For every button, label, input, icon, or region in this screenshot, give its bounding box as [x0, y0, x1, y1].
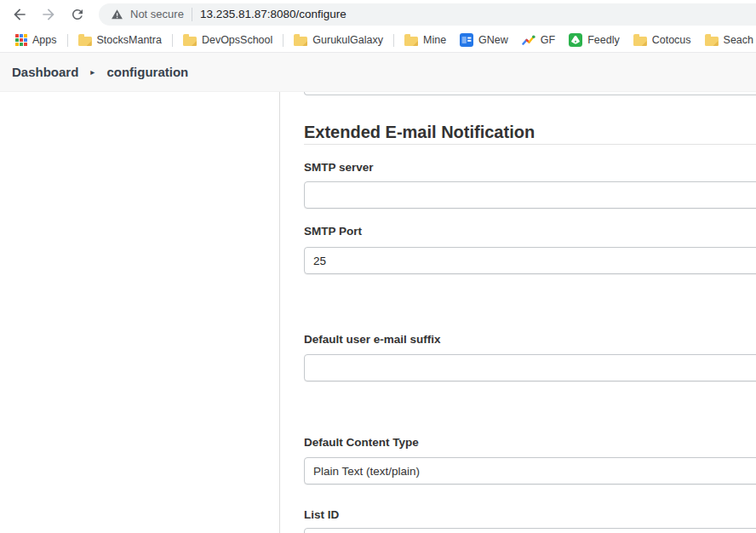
forward-icon	[40, 6, 57, 23]
clipped-input-above[interactable]	[304, 92, 756, 95]
folder-icon	[294, 37, 307, 46]
breadcrumb-item-dashboard[interactable]: Dashboard	[12, 65, 78, 79]
config-form: Extended E-mail Notification SMTP server…	[280, 92, 756, 533]
bookmarks-separator	[67, 34, 68, 47]
smtp-port-input[interactable]	[304, 247, 756, 274]
reload-icon	[70, 7, 85, 22]
bookmark-item-gurukulgalaxy[interactable]: GurukulGalaxy	[287, 30, 390, 50]
url-text: 13.235.81.87:8080/configure	[200, 8, 346, 20]
breadcrumb-chevron-icon: ▸	[90, 67, 94, 77]
not-secure-warning-icon	[111, 9, 123, 20]
address-bar[interactable]: Not secure 13.235.81.87:8080/configure	[99, 3, 756, 26]
default-content-type-label: Default Content Type	[304, 436, 756, 450]
folder-icon	[404, 37, 418, 46]
default-email-suffix-label: Default user e-mail suffix	[304, 333, 756, 347]
bookmark-label: GurukulGalaxy	[312, 34, 383, 46]
reload-button[interactable]	[65, 2, 90, 27]
section-title: Extended E-mail Notification	[304, 123, 756, 141]
smtp-server-input[interactable]	[304, 181, 756, 209]
bookmark-label: GF	[541, 34, 555, 46]
folder-icon	[78, 37, 92, 46]
back-icon	[11, 6, 28, 23]
default-content-type-select[interactable]: Plain Text (text/plain)	[304, 457, 756, 484]
sidebar-panel	[0, 92, 280, 533]
bookmark-label: StocksMantra	[97, 34, 162, 46]
bookmarks-separator	[172, 34, 173, 47]
apps-grid-icon	[15, 34, 27, 46]
not-secure-label: Not secure	[130, 8, 184, 20]
folder-icon	[705, 37, 719, 46]
bookmarks-separator	[283, 34, 284, 47]
folder-icon	[633, 37, 647, 46]
breadcrumb-item-configuration[interactable]: configuration	[106, 65, 188, 79]
bookmark-item-mine[interactable]: Mine	[398, 30, 453, 50]
forward-button[interactable]	[36, 2, 61, 27]
bookmark-item-feedly[interactable]: Feedly	[562, 30, 627, 50]
bookmark-label: Cotocus	[652, 34, 691, 46]
bookmark-item-stocksmantra[interactable]: StocksMantra	[72, 30, 169, 50]
list-id-label: List ID	[304, 508, 756, 522]
omnibox-separator	[192, 8, 192, 21]
bookmark-item-gnew[interactable]: GNew	[453, 30, 515, 50]
bookmark-item-devopsschool[interactable]: DevOpsSchool	[176, 30, 279, 50]
smtp-port-label: SMTP Port	[304, 225, 756, 238]
google-finance-icon	[522, 33, 536, 47]
bookmark-label: Mine	[423, 34, 446, 46]
smtp-server-label: SMTP server	[304, 161, 756, 175]
bookmark-label: GNew	[478, 34, 508, 46]
google-news-icon	[460, 33, 473, 47]
bookmark-label: Feedly	[587, 34, 620, 46]
bookmark-label: DevOpsSchool	[202, 34, 272, 46]
apps-shortcut[interactable]: Apps	[9, 30, 64, 50]
section-rule	[304, 144, 756, 145]
list-id-input[interactable]	[304, 528, 756, 533]
folder-icon	[183, 37, 197, 46]
browser-toolbar: Not secure 13.235.81.87:8080/configure	[0, 0, 756, 28]
bookmark-label: Seach	[724, 34, 753, 46]
feedly-icon	[569, 33, 582, 47]
page-content: Extended E-mail Notification SMTP server…	[0, 92, 756, 533]
bookmark-item-cotocus[interactable]: Cotocus	[627, 30, 698, 50]
back-button[interactable]	[7, 2, 32, 27]
default-email-suffix-input[interactable]	[304, 354, 756, 381]
bookmark-label: Apps	[32, 34, 57, 46]
bookmarks-separator	[393, 34, 394, 47]
bookmarks-bar: Apps StocksMantra DevOpsSchool GurukulGa…	[0, 28, 756, 53]
bookmark-item-seach[interactable]: Seach	[698, 30, 756, 50]
breadcrumb: Dashboard ▸ configuration	[0, 53, 756, 92]
default-content-type-value: Plain Text (text/plain)	[313, 465, 420, 478]
bookmark-item-gf[interactable]: GF	[515, 30, 562, 50]
